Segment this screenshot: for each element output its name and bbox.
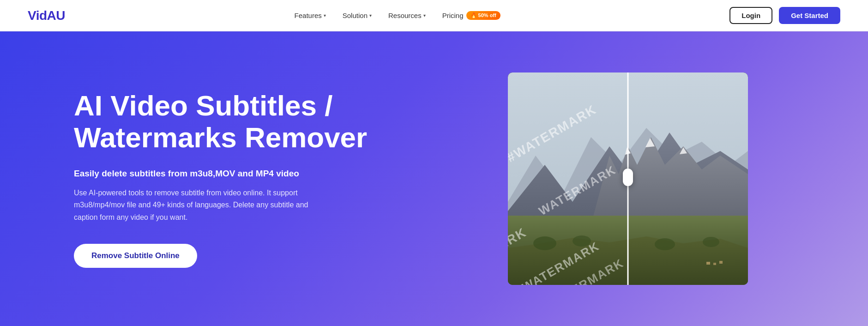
svg-point-9 (533, 236, 556, 250)
nav-solution-label: Solution (343, 12, 368, 19)
nav-center: Features ▾ Solution ▾ Resources ▾ Pricin… (295, 11, 500, 20)
hero-section: AI Video Subtitles / Watermarks Remover … (0, 31, 868, 326)
video-preview: #WATERMARK WATERMARK ARK WATERMARK #WATE… (508, 72, 748, 285)
navbar: VidAU Features ▾ Solution ▾ Resources ▾ … (0, 0, 868, 31)
nav-resources[interactable]: Resources ▾ (388, 12, 426, 19)
hero-title: AI Video Subtitles / Watermarks Remover (74, 90, 388, 154)
svg-rect-15 (719, 261, 723, 264)
nav-resources-label: Resources (388, 12, 422, 19)
nav-pricing-label: Pricing (442, 12, 464, 19)
brand-name: VidAU (28, 8, 65, 23)
svg-rect-13 (706, 262, 710, 265)
svg-rect-14 (713, 263, 716, 265)
hero-image-area: #WATERMARK WATERMARK ARK WATERMARK #WATE… (388, 54, 868, 303)
landscape-svg: #WATERMARK WATERMARK ARK WATERMARK #WATE… (508, 72, 748, 285)
nav-actions: Login Get Started (729, 7, 840, 24)
login-button[interactable]: Login (729, 7, 772, 24)
discount-badge: 🔥 50% off (466, 11, 500, 20)
svg-rect-22 (623, 169, 633, 186)
nav-pricing[interactable]: Pricing 🔥 50% off (442, 11, 500, 20)
nav-solution[interactable]: Solution ▾ (343, 12, 372, 19)
svg-point-12 (703, 237, 719, 247)
chevron-down-icon: ▾ (324, 13, 326, 18)
hero-content: AI Video Subtitles / Watermarks Remover … (74, 90, 388, 268)
hero-subtitle: Easily delete subtitles from m3u8,MOV an… (74, 169, 388, 179)
nav-features[interactable]: Features ▾ (295, 12, 326, 19)
svg-point-11 (655, 238, 675, 250)
remove-subtitle-button[interactable]: Remove Subtitle Online (74, 244, 197, 268)
hero-description: Use AI-powered tools to remove subtitle … (74, 187, 332, 223)
get-started-button[interactable]: Get Started (779, 7, 840, 24)
chevron-down-icon: ▾ (423, 13, 426, 18)
brand-logo[interactable]: VidAU (28, 8, 65, 23)
nav-features-label: Features (295, 12, 322, 19)
chevron-down-icon: ▾ (369, 13, 372, 18)
